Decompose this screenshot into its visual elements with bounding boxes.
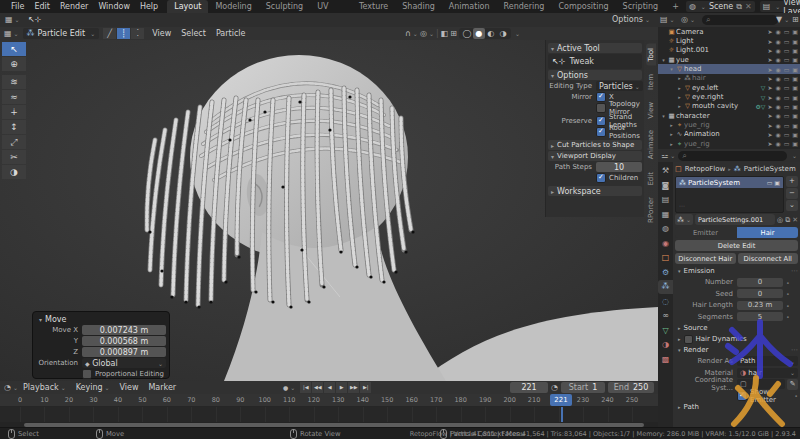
particle-settings-name-field[interactable]: ParticleSettings.001	[695, 214, 775, 225]
outliner-row[interactable]: ▸ ▽ eye.left ▽ ➤ ◉ ▭ ▣	[658, 83, 800, 92]
disable-viewport-toggle-icon[interactable]: ▭	[784, 94, 790, 101]
toolbar-tool-button[interactable]: ≋	[2, 75, 26, 89]
app-menu-item[interactable]: File	[6, 2, 29, 11]
expand-arrow-icon[interactable]: ▸	[676, 103, 683, 109]
camera-toggle-icon[interactable]: ▣	[774, 179, 780, 186]
shading-mode-button[interactable]: ◯	[461, 28, 473, 39]
timeline-channels[interactable]	[0, 407, 658, 422]
outliner-funnel-icon[interactable]: ▼⌄	[776, 15, 789, 24]
selectable-toggle-icon[interactable]: ➤	[767, 140, 772, 147]
topology-mirror-checkbox[interactable]	[596, 103, 606, 113]
outliner-item-name[interactable]: Camera	[676, 28, 765, 36]
properties-tab[interactable]: ▩	[658, 353, 673, 367]
select-mode-button[interactable]: ⁚	[131, 28, 144, 39]
disable-viewport-toggle-icon[interactable]: ▭	[784, 66, 790, 73]
outliner-item-name[interactable]: eye.right	[692, 93, 761, 101]
outliner-row[interactable]: ▸ ⁂ hair ➤ ◉ ▭ ▣	[658, 74, 800, 83]
delete-edit-button[interactable]: Delete Edit	[675, 240, 798, 251]
copy-datablock-icon[interactable]: ⧉	[785, 216, 790, 224]
transport-button[interactable]: ▶|	[360, 382, 371, 393]
properties-tab[interactable]: ◉	[658, 237, 673, 251]
shading-mode-button[interactable]: ◑	[497, 28, 509, 39]
outliner-row[interactable]: ▸ ⌖ yue_rig ➤ ◉ ▭ ▣	[658, 120, 800, 129]
selectable-toggle-icon[interactable]: ➤	[767, 47, 772, 54]
root-positions-checkbox[interactable]	[596, 127, 606, 137]
selectable-toggle-icon[interactable]: ➤	[767, 112, 772, 119]
outliner-row[interactable]: ▸ ▽ eye.right ▽ ➤ ◉ ▭ ▣	[658, 92, 800, 101]
expand-arrow-icon[interactable]: ▸	[676, 94, 683, 100]
disable-render-toggle-icon[interactable]: ▣	[792, 47, 798, 54]
fake-user-icon[interactable]: ◎	[777, 216, 783, 224]
new-scene-icon[interactable]: ⧉	[736, 2, 742, 12]
disable-render-toggle-icon[interactable]: ▣	[792, 131, 798, 138]
emitter-mode-button[interactable]: Emitter	[675, 227, 736, 238]
selectable-toggle-icon[interactable]: ➤	[767, 84, 772, 91]
hide-viewport-toggle-icon[interactable]: ◉	[775, 140, 780, 147]
expand-arrow-icon[interactable]: ▸	[676, 75, 683, 81]
current-frame-field[interactable]: 221	[510, 382, 548, 393]
toolbar-tool-button[interactable]: ↕	[2, 120, 26, 134]
properties-tab[interactable]: ▦	[658, 208, 673, 222]
selectable-toggle-icon[interactable]: ➤	[767, 38, 772, 45]
sidebar-tab[interactable]: Animate	[646, 126, 656, 163]
orientation-dropdown[interactable]: ◆ Global⌄	[82, 358, 166, 368]
disable-viewport-toggle-icon[interactable]: ▭	[784, 75, 790, 82]
viewport-menu-item[interactable]: Select	[176, 29, 211, 38]
expand-arrow-icon[interactable]: ▸	[668, 141, 675, 147]
properties-tab[interactable]: ▤	[658, 193, 673, 207]
outliner-row[interactable]: ☼ Light ➤ ◉ ▭ ▣	[658, 36, 800, 45]
remove-particle-system-button[interactable]: −	[786, 188, 798, 199]
xray-icon[interactable]: ⊞	[450, 29, 457, 38]
disable-viewport-toggle-icon[interactable]: ▭	[784, 38, 790, 45]
outliner-row[interactable]: ▾ ▦ yue ➤ ◉ ▭ ▣	[658, 55, 800, 64]
timeline-menu-item[interactable]: View	[114, 383, 143, 392]
hide-viewport-toggle-icon[interactable]: ◉	[775, 38, 780, 45]
strand-lengths-checkbox[interactable]	[596, 116, 606, 126]
render-panel-header[interactable]: Render⋯	[675, 345, 798, 355]
outliner-row[interactable]: ▸ ▽ mouth cavity ⚙▽ ➤ ◉ ▭ ▣	[658, 102, 800, 111]
hide-viewport-toggle-icon[interactable]: ◉	[775, 66, 780, 73]
transport-button[interactable]: |◀	[300, 382, 311, 393]
emission-field-value[interactable]: 0	[737, 289, 783, 298]
show-emitter-checkbox[interactable]	[737, 391, 747, 401]
workspace-tab[interactable]: Layout	[167, 0, 208, 13]
transport-button[interactable]: ◀◀	[312, 382, 323, 393]
select-mode-button[interactable]: ╱	[103, 28, 116, 39]
expand-arrow-icon[interactable]: ▾	[660, 57, 667, 63]
toolbar-tool-button[interactable]: ⤢	[2, 135, 26, 149]
editor-type-icon[interactable]: ▦⌄	[5, 15, 20, 24]
viewport-menu-item[interactable]: View	[147, 29, 176, 38]
properties-tab[interactable]: ◍	[658, 222, 673, 236]
outliner-row[interactable]: ▾ ▽ head ➤ ◉ ▭ ▣	[658, 64, 800, 73]
selectable-toggle-icon[interactable]: ➤	[767, 94, 772, 101]
panel-active-tool-header[interactable]: Active Tool	[548, 43, 642, 53]
render-as-dropdown[interactable]: Path⌄	[737, 356, 798, 366]
animate-dot-icon[interactable]: ∙	[794, 392, 798, 399]
unlink-datablock-icon[interactable]: ✕	[792, 216, 798, 224]
outliner-item-name[interactable]: Light.001	[676, 46, 765, 54]
hide-viewport-toggle-icon[interactable]: ◉	[775, 103, 780, 110]
hide-viewport-toggle-icon[interactable]: ◉	[775, 94, 780, 101]
emission-panel-header[interactable]: Emission⋯	[675, 266, 798, 276]
move-axis-field[interactable]: 0.000568 m	[82, 336, 166, 346]
hair-mode-button[interactable]: Hair	[737, 227, 798, 238]
outliner-row[interactable]: ▸ ∿ Animation ➤ ◉ ▭ ▣	[658, 130, 800, 139]
disable-viewport-toggle-icon[interactable]: ▭	[784, 112, 790, 119]
properties-tab[interactable]: ⚙	[658, 266, 673, 280]
expand-arrow-icon[interactable]: ▸	[668, 122, 675, 128]
breadcrumb-object[interactable]: RetopoFlow	[685, 165, 726, 173]
selectable-toggle-icon[interactable]: ➤	[767, 56, 772, 63]
expand-arrow-icon[interactable]: ▸	[668, 131, 675, 137]
sidebar-tab[interactable]: Tool	[646, 44, 656, 66]
children-checkbox[interactable]	[596, 173, 606, 183]
outliner-row[interactable]: ▣ Camera ➤ ◉ ▭ ▣	[658, 27, 800, 36]
disable-render-toggle-icon[interactable]: ▣	[792, 112, 798, 119]
expand-arrow-icon[interactable]: ▾	[668, 66, 675, 72]
disable-viewport-toggle-icon[interactable]: ▭	[784, 84, 790, 91]
transport-button[interactable]: ▶	[336, 382, 347, 393]
mode-selector[interactable]: ⁂ Particle Edit⌄	[23, 28, 100, 39]
auto-keying-icon[interactable]: ●⌄	[283, 384, 295, 391]
toolbar-tool-button[interactable]: ≈	[2, 90, 26, 104]
add-workspace-button[interactable]: +	[665, 0, 686, 13]
workspace-tab[interactable]: Compositing	[551, 0, 615, 13]
